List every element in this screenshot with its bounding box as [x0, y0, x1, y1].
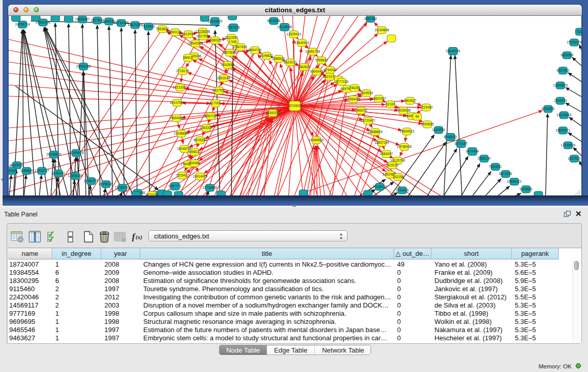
svg-text:1362615: 1362615 [297, 65, 311, 69]
svg-text:8960123: 8960123 [168, 30, 182, 34]
svg-text:18300295: 18300295 [266, 111, 280, 115]
svg-text:9245652: 9245652 [519, 187, 533, 191]
svg-text:10655267: 10655267 [75, 17, 90, 21]
svg-text:9146821: 9146821 [260, 54, 273, 57]
svg-text:8267110: 8267110 [205, 114, 217, 118]
svg-text:2087682: 2087682 [364, 17, 377, 20]
svg-text:15720407: 15720407 [361, 119, 376, 122]
svg-text:16543382: 16543382 [188, 41, 203, 45]
svg-text:617006: 617006 [210, 101, 221, 105]
svg-text:16671385: 16671385 [128, 23, 143, 27]
svg-text:12942737: 12942737 [35, 169, 50, 172]
svg-text:5875685: 5875685 [223, 51, 236, 54]
svg-text:1156829: 1156829 [20, 169, 33, 172]
svg-text:1167533: 1167533 [568, 157, 581, 160]
svg-text:16154808: 16154808 [375, 28, 389, 32]
svg-text:15136141: 15136141 [373, 185, 387, 188]
svg-text:3624534: 3624534 [360, 91, 373, 95]
svg-text:9327503: 9327503 [197, 34, 210, 38]
svg-text:9227343: 9227343 [556, 69, 570, 72]
svg-text:8186323: 8186323 [208, 38, 222, 42]
svg-text:1733426: 1733426 [396, 188, 409, 192]
svg-text:7632621: 7632621 [489, 165, 502, 168]
svg-text:20691406: 20691406 [36, 20, 51, 24]
svg-text:39159: 39159 [9, 169, 16, 172]
svg-text:9242848: 9242848 [221, 63, 234, 67]
svg-text:1440954: 1440954 [432, 128, 445, 132]
svg-text:9657771: 9657771 [168, 184, 182, 188]
svg-text:19654923: 19654923 [400, 129, 415, 133]
svg-text:18807249: 18807249 [375, 141, 389, 144]
svg-text:2803144: 2803144 [217, 76, 230, 80]
svg-text:9115460: 9115460 [420, 105, 433, 109]
svg-text:62160: 62160 [386, 102, 395, 106]
svg-text:252254: 252254 [393, 175, 404, 179]
svg-text:9777169: 9777169 [335, 80, 349, 83]
svg-text:6794028: 6794028 [323, 68, 337, 72]
svg-text:16961758: 16961758 [306, 50, 320, 53]
svg-text:16648784: 16648784 [446, 49, 461, 53]
svg-text:16033809: 16033809 [208, 19, 223, 23]
svg-text:8454749: 8454749 [248, 48, 262, 52]
svg-text:20364436: 20364436 [346, 97, 361, 101]
svg-text:10719185: 10719185 [114, 21, 129, 25]
svg-text:15692971: 15692971 [556, 128, 571, 132]
svg-text:19756928: 19756928 [397, 145, 412, 148]
svg-text:1145194: 1145194 [52, 171, 65, 175]
svg-text:(x): (x) [136, 234, 142, 240]
svg-text:17957275: 17957275 [84, 179, 99, 183]
svg-text:19654983: 19654983 [169, 116, 184, 120]
svg-text:099489: 099489 [189, 161, 200, 165]
svg-text:12213389: 12213389 [173, 85, 188, 89]
svg-text:10807487: 10807487 [372, 97, 386, 100]
svg-text:16782759: 16782759 [115, 186, 130, 189]
svg-text:7515526: 7515526 [142, 25, 155, 28]
svg-text:13325419: 13325419 [287, 32, 301, 36]
svg-text:9463627: 9463627 [403, 99, 417, 102]
svg-text:16107554: 16107554 [170, 101, 185, 104]
svg-text:1112: 1112 [576, 30, 581, 33]
svg-text:8427552: 8427552 [212, 89, 226, 92]
svg-text:2935134: 2935134 [477, 157, 491, 160]
svg-text:10654122: 10654122 [507, 180, 522, 183]
svg-text:17359918: 17359918 [69, 151, 84, 155]
svg-text:1588520: 1588520 [272, 57, 285, 60]
svg-text:9699695: 9699695 [421, 122, 434, 126]
svg-text:8678352: 8678352 [193, 138, 207, 142]
svg-text:4498222: 4498222 [188, 150, 201, 154]
svg-text:19218506: 19218506 [277, 25, 292, 29]
svg-text:8912954: 8912954 [182, 32, 195, 36]
svg-text:18724007: 18724007 [288, 104, 302, 107]
svg-text:8322037: 8322037 [284, 60, 297, 64]
svg-text:15716485: 15716485 [203, 186, 217, 189]
svg-text:16210643: 16210643 [557, 113, 572, 117]
svg-text:19166829: 19166829 [174, 132, 189, 135]
svg-text:26206578: 26206578 [47, 152, 61, 156]
svg-text:7357224: 7357224 [227, 26, 240, 29]
svg-text:1615132: 1615132 [385, 163, 399, 167]
svg-text:746266: 746266 [349, 86, 360, 90]
svg-text:24055714: 24055714 [15, 23, 30, 26]
svg-text:98901: 98901 [183, 56, 192, 59]
svg-text:8938923: 8938923 [444, 135, 457, 139]
svg-text:10958187: 10958187 [99, 182, 114, 186]
svg-text:44: 44 [415, 115, 419, 118]
svg-text:17016504: 17016504 [561, 143, 576, 147]
svg-text:12505135: 12505135 [68, 174, 83, 178]
svg-text:7625402: 7625402 [176, 173, 189, 177]
svg-text:7663822: 7663822 [156, 27, 169, 31]
svg-text:6879197: 6879197 [454, 142, 468, 145]
svg-text:8990448: 8990448 [310, 70, 323, 73]
svg-text:10688609: 10688609 [368, 130, 383, 134]
svg-text:1353359: 1353359 [200, 126, 213, 129]
svg-text:8215955: 8215955 [541, 107, 555, 111]
svg-text:10025438: 10025438 [396, 108, 411, 112]
svg-text:7986372: 7986372 [354, 108, 367, 112]
svg-text:2718176: 2718176 [176, 69, 189, 73]
svg-text:9474444: 9474444 [466, 149, 479, 153]
svg-text:546: 546 [231, 40, 237, 43]
svg-text:7955812: 7955812 [315, 58, 328, 62]
svg-text:15751074: 15751074 [567, 40, 581, 44]
svg-text:8435061: 8435061 [10, 163, 24, 167]
svg-text:9329966: 9329966 [560, 53, 574, 57]
